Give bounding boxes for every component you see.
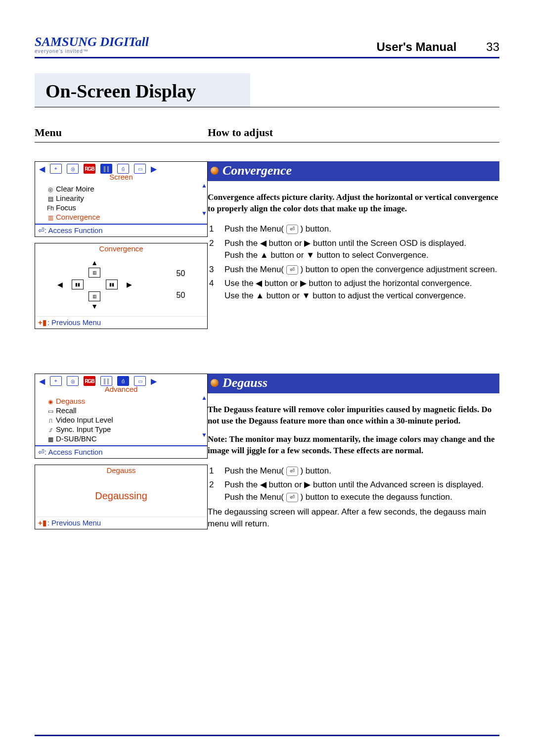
- detail-title: Convergence: [35, 243, 207, 254]
- detail-title: Degauss: [35, 465, 207, 475]
- convergence-intro: Convergence affects picture clarity. Adj…: [208, 192, 499, 215]
- enter-key-icon: ⏎: [38, 226, 44, 235]
- nav-left-icon: ◀: [39, 164, 45, 174]
- arrow-down-icon: ▼: [91, 302, 98, 310]
- title-bar: On-Screen Display: [35, 73, 499, 107]
- page-title: On-Screen Display: [35, 73, 250, 107]
- degauss-note: Note: The monitor may buzz momentarily, …: [208, 434, 499, 457]
- bullet-icon: [211, 167, 219, 175]
- menu-button-icon: ⏎: [286, 467, 298, 476]
- menu-item-focus: FhFocus: [45, 203, 198, 212]
- osd-tab-label: Screen: [35, 173, 207, 181]
- col-howto: How to adjust: [208, 126, 273, 139]
- scroll-down-icon: ▼: [201, 431, 206, 438]
- page-number: 33: [486, 40, 499, 54]
- osd-advanced-menu: ◀ ⌖ ◎ RGB ║║ ⎙ ▭ ▶ Advanced ▲ ▼ ◉Degauss…: [35, 374, 208, 459]
- info-icon: ▭: [134, 164, 146, 174]
- sync-icon: ⎎: [45, 426, 56, 433]
- advanced-icon: ⎙: [117, 164, 129, 174]
- degaussing-label: Degaussing: [35, 475, 207, 517]
- nav-left-icon: ◀: [39, 377, 45, 386]
- degauss-tail: The degaussing screen will appear. After…: [208, 506, 499, 530]
- position-icon: ⌖: [50, 376, 62, 386]
- rgb-icon: RGB: [84, 376, 95, 386]
- rgb-icon: RGB: [84, 164, 95, 174]
- osd-screen-menu: ◀ ⌖ ◎ RGB ║║ ⎙ ▭ ▶ Screen ▲ ▼ ◎Clear Moi…: [35, 161, 208, 237]
- brand-logo: SAMSUNG DIGITall everyone's invited™: [35, 35, 377, 54]
- osd-menu-list: ◉Degauss ▭Recall ⎍Video Input Level ⎎Syn…: [35, 394, 207, 445]
- v-conv-mini: ▮▮: [106, 280, 118, 289]
- position-icon: ⌖: [50, 164, 62, 174]
- arrow-left-icon: ◀: [57, 281, 63, 288]
- focus-icon: Fh: [45, 205, 56, 212]
- scroll-down-icon: ▼: [201, 210, 206, 217]
- menu-item-clear-moire: ◎Clear Moire: [45, 184, 198, 193]
- info-icon: ▭: [134, 376, 146, 386]
- bullet-icon: [211, 379, 219, 387]
- menu-item-dsub-bnc: ▦D-SUB/BNC: [45, 434, 198, 443]
- menu-item-video-input: ⎍Video Input Level: [45, 415, 198, 425]
- size-icon: ◎: [67, 164, 79, 174]
- value-horizontal: 50: [177, 269, 185, 278]
- column-headings: Menu How to adjust: [35, 126, 499, 142]
- menu-button-icon: ⏎: [286, 493, 298, 502]
- degauss-icon: ◉: [45, 398, 56, 405]
- access-function-hint: ⏎: Access Function: [35, 445, 207, 458]
- scroll-up-icon: ▲: [201, 394, 206, 401]
- v-conv-icon: ▥: [89, 291, 100, 301]
- section-header-degauss: Degauss: [208, 374, 499, 393]
- menu-item-sync-type: ⎎Sync. Input Type: [45, 425, 198, 434]
- exit-icon: +▮: [38, 318, 46, 327]
- manual-label: User's Manual: [377, 40, 457, 54]
- dsub-icon: ▦: [45, 436, 56, 443]
- recall-icon: ▭: [45, 408, 56, 415]
- enter-key-icon: ⏎: [38, 448, 44, 456]
- menu-button-icon: ⏎: [286, 225, 298, 234]
- previous-menu-hint: +▮: Previous Menu: [35, 316, 207, 329]
- value-vertical: 50: [177, 291, 185, 300]
- page-footer-rule: [35, 735, 499, 736]
- degauss-intro: The Degauss feature will remove color im…: [208, 404, 499, 427]
- nav-right-icon: ▶: [151, 164, 157, 174]
- section-header-convergence: Convergence: [208, 161, 499, 181]
- arrow-up-icon: ▲: [91, 259, 98, 267]
- screen-icon: ║║: [100, 164, 112, 174]
- scroll-up-icon: ▲: [201, 182, 206, 189]
- degauss-steps: 1Push the Menu( ⏎ ) button. 2Push the ◀ …: [208, 464, 485, 505]
- menu-item-linearity: ▤Linearity: [45, 193, 198, 203]
- vinput-icon: ⎍: [45, 417, 56, 424]
- linearity-icon: ▤: [45, 195, 56, 202]
- arrow-right-icon: ▶: [127, 281, 132, 288]
- brand-text: SAMSUNG DIGITall: [35, 35, 149, 49]
- access-function-hint: ⏎: Access Function: [35, 224, 207, 236]
- section-title: Convergence: [222, 163, 292, 178]
- osd-iconbar: ◀ ⌖ ◎ RGB ║║ ⎙ ▭ ▶: [35, 162, 207, 174]
- section-title: Degauss: [222, 376, 267, 390]
- menu-item-recall: ▭Recall: [45, 406, 198, 415]
- size-icon: ◎: [67, 376, 79, 386]
- h-conv-mini: ▮▮: [72, 280, 84, 289]
- menu-item-degauss: ◉Degauss: [45, 396, 198, 406]
- osd-convergence-detail: Convergence ▲▥ ◀▮▮ ▮▮▶ ▥▼ 50 50: [35, 243, 208, 329]
- brand-tagline: everyone's invited™: [35, 48, 377, 54]
- menu-button-icon: ⏎: [286, 265, 298, 275]
- advanced-icon: ⎙: [117, 376, 129, 386]
- osd-menu-list: ◎Clear Moire ▤Linearity FhFocus ▥Converg…: [35, 182, 207, 224]
- screen-icon: ║║: [100, 376, 112, 386]
- convergence-steps: 1Push the Menu( ⏎ ) button. 2Push the ◀ …: [208, 222, 498, 304]
- menu-item-convergence: ▥Convergence: [45, 212, 198, 222]
- convergence-icon: ▥: [45, 214, 56, 221]
- nav-right-icon: ▶: [151, 377, 157, 386]
- osd-degauss-detail: Degauss Degaussing +▮: Previous Menu: [35, 465, 208, 529]
- col-menu: Menu: [35, 126, 208, 139]
- osd-tab-label: Advanced: [35, 385, 207, 393]
- h-conv-icon: ▥: [89, 268, 100, 278]
- exit-icon: +▮: [38, 519, 46, 527]
- page-header: SAMSUNG DIGITall everyone's invited™ Use…: [35, 35, 499, 58]
- osd-iconbar: ◀ ⌖ ◎ RGB ║║ ⎙ ▭ ▶: [35, 374, 207, 386]
- previous-menu-hint: +▮: Previous Menu: [35, 517, 207, 529]
- moire-icon: ◎: [45, 186, 56, 193]
